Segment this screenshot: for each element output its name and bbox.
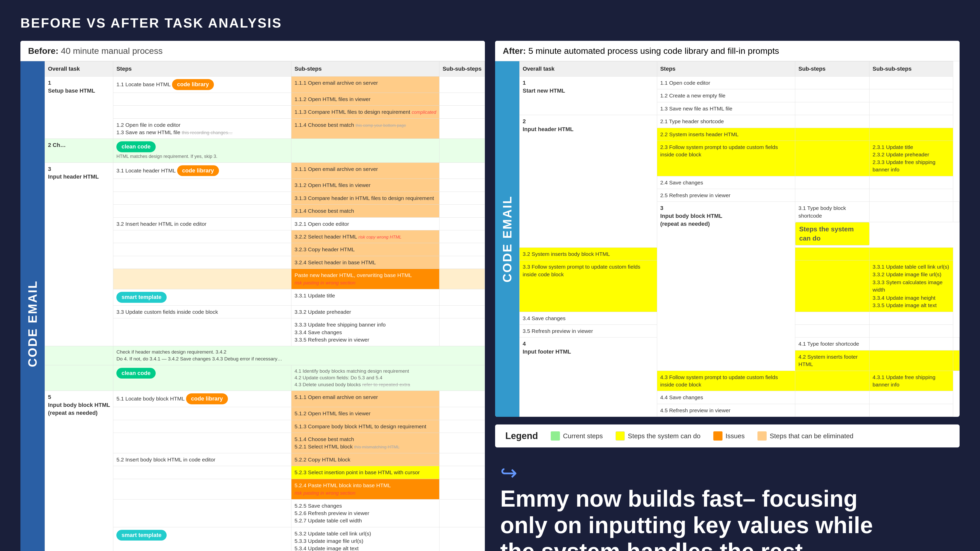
step-cell xyxy=(113,407,291,420)
r-step-cell: 2.3 Follow system prompt to update custo… xyxy=(657,141,795,176)
step-cell xyxy=(113,479,291,499)
r-subsubstep-cell xyxy=(870,115,953,128)
r-substep-cell xyxy=(795,189,870,202)
subsubstep-cell xyxy=(439,256,485,268)
r-substep-cell xyxy=(870,202,953,222)
subsubstep-cell xyxy=(439,93,485,105)
r-step-cell: 2.1 Type header shortcode xyxy=(657,115,795,128)
right-table-container: Code email Overall task Steps Sub-steps … xyxy=(495,61,959,417)
overall-task-cell: 3Input header HTML xyxy=(45,162,113,346)
table-row: Check if header matches design requireme… xyxy=(45,346,485,365)
legend-item-current: Current steps xyxy=(551,431,603,441)
system-steps-note: Steps the system can do xyxy=(795,222,869,245)
step-cell: 1.1 Locate base HTML code library xyxy=(113,76,291,93)
after-desc: 5 minute automated process using code li… xyxy=(528,46,779,56)
r-subsubstep-cell xyxy=(870,76,953,89)
substep-cell: 3.2.2 Select header HTML risk copy wrong… xyxy=(291,230,439,243)
r-subsubstep-cell xyxy=(870,391,953,404)
overall-task-cell xyxy=(45,346,113,365)
code-library-badge-2: code library xyxy=(177,165,219,176)
substep-cell: 1.1.4 Choose best match this comp your b… xyxy=(291,118,439,139)
r-substep-cell xyxy=(795,404,870,416)
substep-cell: Paste new header HTML, overwriting base … xyxy=(291,269,439,289)
left-task-table: Overall task Steps Sub-steps Sub-sub-ste… xyxy=(45,61,485,551)
r-subsubstep-cell xyxy=(953,202,959,222)
main-quote: Emmy now builds fast– focusing only on i… xyxy=(500,486,908,551)
r-overall-cell: 3Input body block HTML(repeat as needed) xyxy=(657,202,795,371)
r-step-cell: 2.4 Save changes xyxy=(657,176,795,189)
step-cell xyxy=(113,93,291,105)
r-substep-cell xyxy=(795,391,870,404)
step-cell: smart template xyxy=(113,527,291,551)
substep-cell: 1.1.3 Compare HTML files to design requi… xyxy=(291,106,439,118)
legend-label-issues: Issues xyxy=(725,432,745,440)
r-step-cell: 1.3 Save new file as HTML file xyxy=(657,102,795,115)
substep-cell: 5.1.1 Open email archive on server xyxy=(291,391,439,407)
subsubstep-cell xyxy=(439,466,485,479)
substep-cell: 3.2.1 Open code editor xyxy=(291,218,439,230)
substep-cell: 5.1.2 Open HTML files in viewer xyxy=(291,407,439,420)
code-email-right-text: Code email xyxy=(495,190,519,287)
step-cell xyxy=(113,420,291,433)
col-overall-task: Overall task xyxy=(45,62,113,76)
left-panel-inner: Code email Overall task Steps Sub-steps … xyxy=(21,61,485,551)
clean-code-badge-2: clean code xyxy=(116,368,156,379)
r-step-cell: 1.2 Create a new empty file xyxy=(657,89,795,102)
before-label: Before: xyxy=(28,46,59,56)
subsubstep-cell xyxy=(439,76,485,93)
r-step-cell: 4.3 Follow system prompt to update custo… xyxy=(657,371,795,391)
r-substep-cell xyxy=(795,102,870,115)
substep-cell: 3.1.3 Compare header in HTML files to de… xyxy=(291,192,439,204)
r-substep-cell xyxy=(870,350,953,371)
step-cell xyxy=(113,499,291,527)
substep-cell: 5.2.3 Select insertion point in base HTM… xyxy=(291,466,439,479)
right-top: After: 5 minute automated process using … xyxy=(495,41,959,417)
main-title: BEFORE VS AFTER TASK ANALYSIS xyxy=(21,15,959,30)
subsubstep-cell xyxy=(439,162,485,179)
r-step-cell: 4.5 Refresh preview in viewer xyxy=(657,404,795,416)
step-cell: 3.3 Update custom fields inside code blo… xyxy=(113,305,291,318)
legend-label-system: Steps the system can do xyxy=(628,432,700,440)
r-step-cell: 4.1 Type footer shortcode xyxy=(795,338,870,350)
r-col-overall: Overall task xyxy=(520,62,657,76)
r-substep-cell xyxy=(795,141,870,176)
r-subsubstep-cell xyxy=(953,338,959,350)
left-panel: Before: 40 minute manual process Code em… xyxy=(21,41,485,551)
r-col-substeps: Sub-steps xyxy=(795,62,870,76)
r-subsubstep-cell xyxy=(870,248,953,260)
r-step-cell: 3.5 Refresh preview in viewer xyxy=(520,324,657,337)
right-table-header-row: Overall task Steps Sub-steps Sub-sub-ste… xyxy=(520,62,959,76)
substep-cell: 3.2.4 Select header in base HTML xyxy=(291,256,439,268)
subsubstep-cell xyxy=(439,269,485,289)
substep-cell: 4.1 Identify body blocks matching design… xyxy=(291,365,485,391)
left-table-scroll[interactable]: Overall task Steps Sub-steps Sub-sub-ste… xyxy=(45,61,485,551)
legend-item-system: Steps the system can do xyxy=(616,431,700,441)
code-email-right-label: Code email xyxy=(495,61,519,417)
subsubstep-cell xyxy=(439,305,485,318)
bottom-text: ↪ Emmy now builds fast– focusing only on… xyxy=(495,455,959,551)
legend-title: Legend xyxy=(505,430,538,441)
subsubstep-cell xyxy=(439,179,485,192)
r-subsubstep-cell xyxy=(870,324,953,337)
code-email-left-text: Code email xyxy=(21,275,45,372)
r-col-subsubsteps: Sub-sub-steps xyxy=(870,62,953,76)
step-cell xyxy=(113,192,291,204)
r-subsubstep-cell xyxy=(870,128,953,141)
r-subsubstep-cell xyxy=(870,312,953,324)
r-subsubstep-cell: 3.3.1 Update table cell link url(s) 3.3.… xyxy=(870,260,953,312)
r-subsubstep-cell xyxy=(870,189,953,202)
subsubstep-cell xyxy=(439,407,485,420)
col-substeps: Sub-steps xyxy=(291,62,439,76)
content-area: Before: 40 minute manual process Code em… xyxy=(21,41,959,551)
overall-task-cell xyxy=(45,365,113,391)
table-row: 5Input body block HTML(repeat as needed)… xyxy=(45,391,485,407)
r-substep-cell xyxy=(795,260,870,312)
r-substep-cell xyxy=(795,371,870,391)
code-email-left-label: Code email xyxy=(21,61,45,551)
code-library-badge: code library xyxy=(172,79,214,90)
legend-color-system xyxy=(616,431,625,441)
step-cell: clean code xyxy=(113,365,291,391)
r-subsubstep-cell xyxy=(870,89,953,102)
r-step-cell: 3.3 Follow system prompt to update custo… xyxy=(520,260,657,312)
step-cell: clean code HTML matches design requireme… xyxy=(113,139,291,162)
